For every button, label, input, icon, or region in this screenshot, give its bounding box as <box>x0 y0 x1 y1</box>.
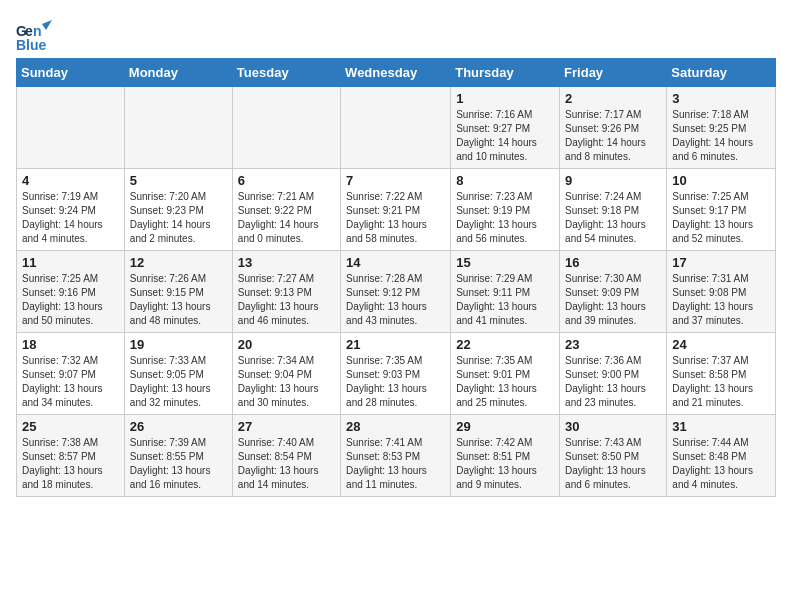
day-number: 15 <box>456 255 554 270</box>
day-number: 25 <box>22 419 119 434</box>
day-info: Sunrise: 7:25 AM Sunset: 9:17 PM Dayligh… <box>672 190 770 246</box>
day-info: Sunrise: 7:35 AM Sunset: 9:01 PM Dayligh… <box>456 354 554 410</box>
day-info: Sunrise: 7:31 AM Sunset: 9:08 PM Dayligh… <box>672 272 770 328</box>
day-number: 22 <box>456 337 554 352</box>
calendar-cell: 3Sunrise: 7:18 AM Sunset: 9:25 PM Daylig… <box>667 87 776 169</box>
day-info: Sunrise: 7:30 AM Sunset: 9:09 PM Dayligh… <box>565 272 661 328</box>
day-number: 14 <box>346 255 445 270</box>
day-info: Sunrise: 7:25 AM Sunset: 9:16 PM Dayligh… <box>22 272 119 328</box>
day-info: Sunrise: 7:16 AM Sunset: 9:27 PM Dayligh… <box>456 108 554 164</box>
calendar-cell: 13Sunrise: 7:27 AM Sunset: 9:13 PM Dayli… <box>232 251 340 333</box>
day-number: 2 <box>565 91 661 106</box>
day-number: 24 <box>672 337 770 352</box>
logo: G e n Blue <box>16 16 54 50</box>
day-number: 7 <box>346 173 445 188</box>
day-number: 11 <box>22 255 119 270</box>
calendar-cell: 8Sunrise: 7:23 AM Sunset: 9:19 PM Daylig… <box>451 169 560 251</box>
calendar-cell: 1Sunrise: 7:16 AM Sunset: 9:27 PM Daylig… <box>451 87 560 169</box>
calendar-cell: 19Sunrise: 7:33 AM Sunset: 9:05 PM Dayli… <box>124 333 232 415</box>
day-info: Sunrise: 7:43 AM Sunset: 8:50 PM Dayligh… <box>565 436 661 492</box>
calendar-cell: 21Sunrise: 7:35 AM Sunset: 9:03 PM Dayli… <box>341 333 451 415</box>
day-number: 5 <box>130 173 227 188</box>
calendar-cell: 17Sunrise: 7:31 AM Sunset: 9:08 PM Dayli… <box>667 251 776 333</box>
day-info: Sunrise: 7:41 AM Sunset: 8:53 PM Dayligh… <box>346 436 445 492</box>
day-info: Sunrise: 7:38 AM Sunset: 8:57 PM Dayligh… <box>22 436 119 492</box>
calendar-cell: 30Sunrise: 7:43 AM Sunset: 8:50 PM Dayli… <box>560 415 667 497</box>
calendar-cell: 10Sunrise: 7:25 AM Sunset: 9:17 PM Dayli… <box>667 169 776 251</box>
day-number: 21 <box>346 337 445 352</box>
day-number: 29 <box>456 419 554 434</box>
day-number: 3 <box>672 91 770 106</box>
calendar-cell: 4Sunrise: 7:19 AM Sunset: 9:24 PM Daylig… <box>17 169 125 251</box>
calendar-cell: 11Sunrise: 7:25 AM Sunset: 9:16 PM Dayli… <box>17 251 125 333</box>
day-info: Sunrise: 7:18 AM Sunset: 9:25 PM Dayligh… <box>672 108 770 164</box>
weekday-header-friday: Friday <box>560 59 667 87</box>
calendar-cell: 6Sunrise: 7:21 AM Sunset: 9:22 PM Daylig… <box>232 169 340 251</box>
calendar-cell: 28Sunrise: 7:41 AM Sunset: 8:53 PM Dayli… <box>341 415 451 497</box>
day-number: 9 <box>565 173 661 188</box>
calendar-cell <box>341 87 451 169</box>
day-number: 23 <box>565 337 661 352</box>
svg-marker-3 <box>42 20 52 30</box>
weekday-header-wednesday: Wednesday <box>341 59 451 87</box>
calendar-cell: 22Sunrise: 7:35 AM Sunset: 9:01 PM Dayli… <box>451 333 560 415</box>
calendar-table: SundayMondayTuesdayWednesdayThursdayFrid… <box>16 58 776 497</box>
day-number: 17 <box>672 255 770 270</box>
calendar-cell: 23Sunrise: 7:36 AM Sunset: 9:00 PM Dayli… <box>560 333 667 415</box>
weekday-header-monday: Monday <box>124 59 232 87</box>
logo-icon: G e n Blue <box>16 16 54 54</box>
calendar-cell: 27Sunrise: 7:40 AM Sunset: 8:54 PM Dayli… <box>232 415 340 497</box>
day-info: Sunrise: 7:24 AM Sunset: 9:18 PM Dayligh… <box>565 190 661 246</box>
day-number: 28 <box>346 419 445 434</box>
day-info: Sunrise: 7:44 AM Sunset: 8:48 PM Dayligh… <box>672 436 770 492</box>
weekday-header-sunday: Sunday <box>17 59 125 87</box>
calendar-cell: 24Sunrise: 7:37 AM Sunset: 8:58 PM Dayli… <box>667 333 776 415</box>
day-number: 1 <box>456 91 554 106</box>
day-number: 4 <box>22 173 119 188</box>
day-info: Sunrise: 7:22 AM Sunset: 9:21 PM Dayligh… <box>346 190 445 246</box>
day-info: Sunrise: 7:21 AM Sunset: 9:22 PM Dayligh… <box>238 190 335 246</box>
weekday-header-saturday: Saturday <box>667 59 776 87</box>
day-info: Sunrise: 7:19 AM Sunset: 9:24 PM Dayligh… <box>22 190 119 246</box>
page-header: G e n Blue <box>16 16 776 50</box>
day-number: 12 <box>130 255 227 270</box>
calendar-cell: 29Sunrise: 7:42 AM Sunset: 8:51 PM Dayli… <box>451 415 560 497</box>
calendar-cell: 2Sunrise: 7:17 AM Sunset: 9:26 PM Daylig… <box>560 87 667 169</box>
weekday-header-tuesday: Tuesday <box>232 59 340 87</box>
day-info: Sunrise: 7:40 AM Sunset: 8:54 PM Dayligh… <box>238 436 335 492</box>
day-info: Sunrise: 7:27 AM Sunset: 9:13 PM Dayligh… <box>238 272 335 328</box>
day-number: 10 <box>672 173 770 188</box>
day-info: Sunrise: 7:23 AM Sunset: 9:19 PM Dayligh… <box>456 190 554 246</box>
day-number: 31 <box>672 419 770 434</box>
day-info: Sunrise: 7:36 AM Sunset: 9:00 PM Dayligh… <box>565 354 661 410</box>
calendar-cell <box>17 87 125 169</box>
day-number: 8 <box>456 173 554 188</box>
calendar-cell: 12Sunrise: 7:26 AM Sunset: 9:15 PM Dayli… <box>124 251 232 333</box>
calendar-cell <box>124 87 232 169</box>
weekday-header-thursday: Thursday <box>451 59 560 87</box>
calendar-cell: 15Sunrise: 7:29 AM Sunset: 9:11 PM Dayli… <box>451 251 560 333</box>
calendar-cell: 9Sunrise: 7:24 AM Sunset: 9:18 PM Daylig… <box>560 169 667 251</box>
calendar-cell: 26Sunrise: 7:39 AM Sunset: 8:55 PM Dayli… <box>124 415 232 497</box>
svg-text:Blue: Blue <box>16 37 47 53</box>
calendar-cell: 5Sunrise: 7:20 AM Sunset: 9:23 PM Daylig… <box>124 169 232 251</box>
day-number: 16 <box>565 255 661 270</box>
day-info: Sunrise: 7:33 AM Sunset: 9:05 PM Dayligh… <box>130 354 227 410</box>
calendar-cell: 20Sunrise: 7:34 AM Sunset: 9:04 PM Dayli… <box>232 333 340 415</box>
calendar-cell: 31Sunrise: 7:44 AM Sunset: 8:48 PM Dayli… <box>667 415 776 497</box>
day-info: Sunrise: 7:28 AM Sunset: 9:12 PM Dayligh… <box>346 272 445 328</box>
calendar-cell: 16Sunrise: 7:30 AM Sunset: 9:09 PM Dayli… <box>560 251 667 333</box>
day-info: Sunrise: 7:26 AM Sunset: 9:15 PM Dayligh… <box>130 272 227 328</box>
day-info: Sunrise: 7:42 AM Sunset: 8:51 PM Dayligh… <box>456 436 554 492</box>
day-number: 20 <box>238 337 335 352</box>
day-info: Sunrise: 7:32 AM Sunset: 9:07 PM Dayligh… <box>22 354 119 410</box>
day-info: Sunrise: 7:39 AM Sunset: 8:55 PM Dayligh… <box>130 436 227 492</box>
day-info: Sunrise: 7:17 AM Sunset: 9:26 PM Dayligh… <box>565 108 661 164</box>
day-number: 30 <box>565 419 661 434</box>
day-info: Sunrise: 7:37 AM Sunset: 8:58 PM Dayligh… <box>672 354 770 410</box>
day-info: Sunrise: 7:20 AM Sunset: 9:23 PM Dayligh… <box>130 190 227 246</box>
day-number: 6 <box>238 173 335 188</box>
calendar-cell: 25Sunrise: 7:38 AM Sunset: 8:57 PM Dayli… <box>17 415 125 497</box>
calendar-cell: 18Sunrise: 7:32 AM Sunset: 9:07 PM Dayli… <box>17 333 125 415</box>
day-number: 27 <box>238 419 335 434</box>
